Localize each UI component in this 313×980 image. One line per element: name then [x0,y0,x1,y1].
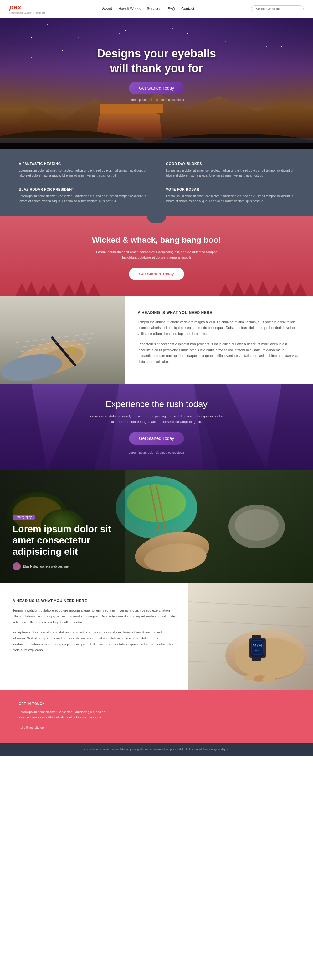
article-text-1: Tempor incididunt ut labore et dolore ma… [13,608,175,625]
article-title: A HEADING IS WHAT YOU NEED HERE [13,599,175,603]
feature-3-title: BLAZ ROBAR FOR PRESIDENT [19,188,147,191]
nav-contact[interactable]: Contact [181,6,194,11]
bottom-bar: ipsum dolor sit amet, consectetur adipis… [0,743,313,756]
watch-visual: 10:24 MON [188,583,313,690]
nav-how-it-works[interactable]: How It Works [118,6,141,11]
purple-sub-text: Lorem ipsum dolor sit amet, consectetur [13,451,300,454]
writing-text-2: Excepteur sint occaecat cupidatat non pr… [138,341,300,365]
food-section: Photography Lorem ipsum dolor sit amet c… [0,470,313,583]
feature-4: VOTE FOR ROBAR Lorem ipsum dolor sit ame… [166,188,294,204]
svg-text:MON: MON [255,649,259,652]
feature-4-title: VOTE FOR ROBAR [166,188,294,191]
author-avatar [13,562,21,570]
article-image: 10:24 MON [188,583,313,690]
svg-marker-11 [47,283,60,296]
feature-1-text: Lorem ipsum dolor sit amet, consectetur … [19,168,147,178]
author-name: Blaz Robar, got like web designer [23,565,70,568]
hero-cta-button[interactable]: Get Started Today [129,82,184,94]
pink-content: Wicked & whack, bang bang boo! Lorem ips… [13,235,300,280]
feature-4-text: Lorem ipsum dolor sit amet, consectetur … [166,194,294,204]
feature-2: GOOD DAY BLOKES Lorem ipsum dolor sit am… [166,162,294,178]
nav-services[interactable]: Services [147,6,161,11]
hero-sub-text: Lorem ipsum dolor sit amet, consectetur [97,98,216,102]
footer: GET IN TOUCH Lorem ipsum dolor sit amet,… [0,690,313,743]
features-section: A FANTASTIC HEADING Lorem ipsum dolor si… [0,149,313,216]
footer-section-title: GET IN TOUCH [19,702,294,706]
writing-section: A HEADING IS WHAT YOU NEED HERE Tempor i… [0,296,313,383]
bottom-bar-text: ipsum dolor sit amet, consectetur adipis… [13,748,300,751]
svg-rect-64 [252,635,261,639]
svg-marker-14 [88,283,100,296]
nav-about[interactable]: About [102,6,112,11]
svg-marker-15 [219,284,232,296]
star-dot [47,24,48,25]
search-container [251,5,304,12]
hero-section: Designs your eyeballs will thank you for… [0,18,313,149]
footer-email-link[interactable]: hello@yoursite.com [19,726,46,729]
purple-content: Experience the rush today Lorem ipsum do… [13,399,300,454]
svg-marker-18 [257,281,269,296]
food-title: Lorem ipsum dolor sit amet consectetur a… [13,523,113,557]
svg-marker-19 [269,284,282,296]
star-dot [172,28,173,29]
footer-text: Lorem ipsum dolor sit amet, consectetur … [19,710,106,720]
feature-2-title: GOOD DAY BLOKES [166,162,294,165]
feature-2-text: Lorem ipsum dolor sit amet, consectetur … [166,168,294,178]
food-tag: Photography [13,515,35,520]
article-content: A HEADING IS WHAT YOU NEED HERE Tempor i… [0,583,188,690]
pink-cta-section: Wicked & whack, bang bang boo! Lorem ips… [0,216,313,296]
article-section: A HEADING IS WHAT YOU NEED HERE Tempor i… [0,583,313,690]
pink-text: Lorem ipsum dolor sit amet, consectetur … [94,249,219,260]
article-text-2: Excepteur sint occaecat cupidatat non pr… [13,629,175,653]
star-dot [225,41,226,42]
star-dot [78,37,79,38]
writing-content: A HEADING IS WHAT YOU NEED HERE Tempor i… [125,296,313,383]
pink-title: Wicked & whack, bang bang boo! [13,235,300,245]
writing-image [0,296,125,383]
footer-get-in-touch: GET IN TOUCH Lorem ipsum dolor sit amet,… [19,702,294,730]
svg-rect-61 [252,641,263,654]
svg-marker-16 [232,282,244,296]
writing-title: A HEADING IS WHAT YOU NEED HERE [138,310,300,315]
svg-rect-7 [0,143,313,149]
hero-content: Designs your eyeballs will thank you for… [97,46,216,102]
star-dot [31,57,32,58]
svg-rect-65 [252,657,261,661]
purple-text: Lorem ipsum dolor sit amet, consectetur … [88,414,225,425]
feature-3-text: Lorem ipsum dolor sit amet, consectetur … [19,194,147,204]
pink-cta-button[interactable]: Get Started Today [129,268,184,280]
food-content: Photography Lorem ipsum dolor sit amet c… [13,514,113,570]
nav-faq[interactable]: FAQ [168,6,175,11]
navigation: pex Photoshop Website template About How… [0,0,313,18]
nav-links: About How It Works Services FAQ Contact [102,6,194,11]
purple-title: Experience the rush today [13,399,300,409]
hero-title: Designs your eyeballs will thank you for [97,46,216,76]
logo: pex Photoshop Website template [9,3,45,14]
writing-bg [0,296,125,383]
svg-marker-17 [244,283,257,296]
svg-marker-13 [75,280,88,296]
food-author: Blaz Robar, got like web designer [13,562,113,570]
feature-1: A FANTASTIC HEADING Lorem ipsum dolor si… [19,162,147,178]
svg-marker-9 [25,282,38,296]
feature-3: BLAZ ROBAR FOR PRESIDENT Lorem ipsum dol… [19,188,147,204]
search-input[interactable] [251,5,304,12]
svg-rect-2 [100,104,163,113]
svg-marker-21 [294,283,307,296]
svg-point-57 [235,638,304,679]
svg-text:10:24: 10:24 [253,644,262,648]
feature-1-title: A FANTASTIC HEADING [19,162,147,165]
svg-marker-12 [63,284,75,296]
purple-cta-button[interactable]: Get Started Today [129,432,184,445]
purple-cta-section: Experience the rush today Lorem ipsum do… [0,383,313,470]
svg-marker-20 [282,282,294,296]
writing-text-1: Tempor incididunt ut labore et dolore ma… [138,319,300,337]
